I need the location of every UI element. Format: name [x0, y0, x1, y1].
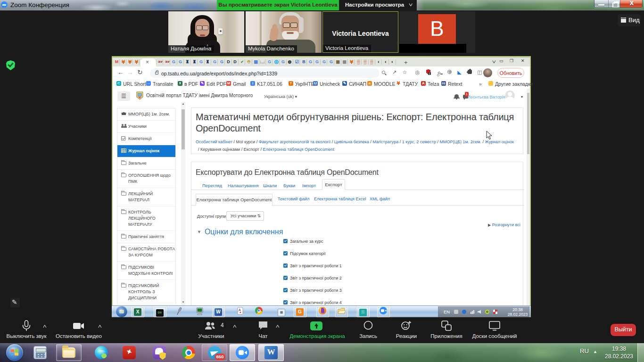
svg-text:A: A — [239, 308, 241, 312]
